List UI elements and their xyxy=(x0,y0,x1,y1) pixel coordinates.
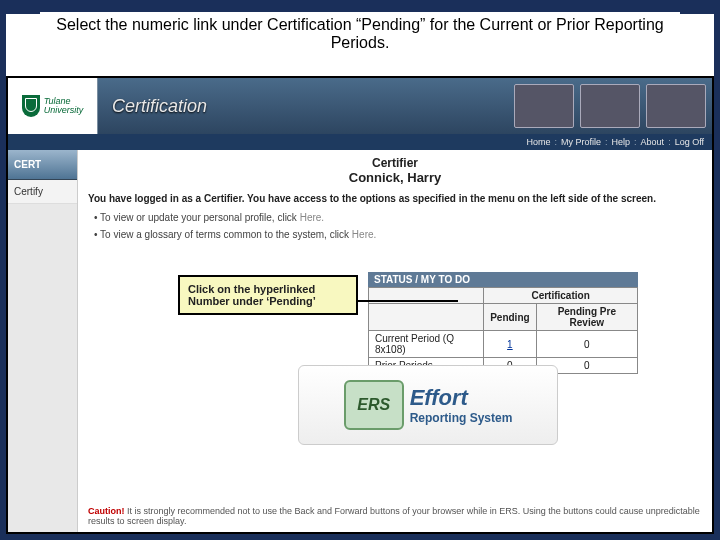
sidebar-item-certify[interactable]: Certify xyxy=(8,180,77,204)
status-blank-header2 xyxy=(369,304,484,331)
university-logo: Tulane University xyxy=(8,78,98,134)
role-label: Certifier xyxy=(88,156,702,170)
user-name: Connick, Harry xyxy=(88,170,702,185)
status-title: STATUS / MY TO DO xyxy=(368,272,638,287)
col-prereview: Pending Pre Review xyxy=(536,304,637,331)
nav-home[interactable]: Home xyxy=(527,137,551,147)
ers-line2: Reporting System xyxy=(410,411,513,425)
app-window: Tulane University Certification Home: My… xyxy=(6,76,714,534)
nav-about[interactable]: About xyxy=(641,137,665,147)
pending-link-current[interactable]: 1 xyxy=(507,339,513,350)
intro-text: You have logged in as a Certifier. You h… xyxy=(88,193,702,204)
bullet-glossary: • To view a glossary of terms common to … xyxy=(94,229,702,240)
caution-body: It is strongly recommended not to use th… xyxy=(88,506,700,526)
nav-help[interactable]: Help xyxy=(612,137,631,147)
main-content: Certifier Connick, Harry You have logged… xyxy=(78,150,712,532)
ers-logo: ERS Effort Reporting System xyxy=(298,365,558,445)
table-row: Current Period (Q 8x108) 1 0 xyxy=(369,331,638,358)
status-panel: STATUS / MY TO DO Certification Pending … xyxy=(368,272,638,374)
banner-decor xyxy=(514,82,706,130)
ers-line1: Effort xyxy=(410,385,513,411)
clock-icon xyxy=(514,84,574,128)
caution-text: Caution! It is strongly recommended not … xyxy=(88,506,702,526)
status-group-header: Certification xyxy=(484,288,638,304)
callout-connector xyxy=(358,300,458,302)
bullet-profile: • To view or update your personal profil… xyxy=(94,212,702,223)
astronaut-icon xyxy=(580,84,640,128)
ers-badge-icon: ERS xyxy=(344,380,404,430)
nav-logoff[interactable]: Log Off xyxy=(675,137,704,147)
shield-icon xyxy=(22,95,40,117)
callout-box: Click on the hyperlinked Number under ‘P… xyxy=(178,275,358,315)
row-current-prereview: 0 xyxy=(536,331,637,358)
top-nav: Home: My Profile: Help: About: Log Off xyxy=(8,134,712,150)
banner-title: Certification xyxy=(112,96,207,117)
row-current-pending[interactable]: 1 xyxy=(484,331,536,358)
app-banner: Tulane University Certification xyxy=(8,78,712,134)
slide-stage: Select the numeric link under Certificat… xyxy=(0,0,720,540)
sidebar: CERT Certify xyxy=(8,150,78,532)
sidebar-header: CERT xyxy=(8,150,77,180)
link-profile-here[interactable]: Here. xyxy=(300,212,324,223)
caution-label: Caution! xyxy=(88,506,125,516)
col-pending: Pending xyxy=(484,304,536,331)
link-glossary-here[interactable]: Here. xyxy=(352,229,376,240)
monitor-icon xyxy=(646,84,706,128)
logo-line2: University xyxy=(44,106,84,115)
row-current-label: Current Period (Q 8x108) xyxy=(369,331,484,358)
slide-title: Select the numeric link under Certificat… xyxy=(40,12,680,62)
nav-profile[interactable]: My Profile xyxy=(561,137,601,147)
